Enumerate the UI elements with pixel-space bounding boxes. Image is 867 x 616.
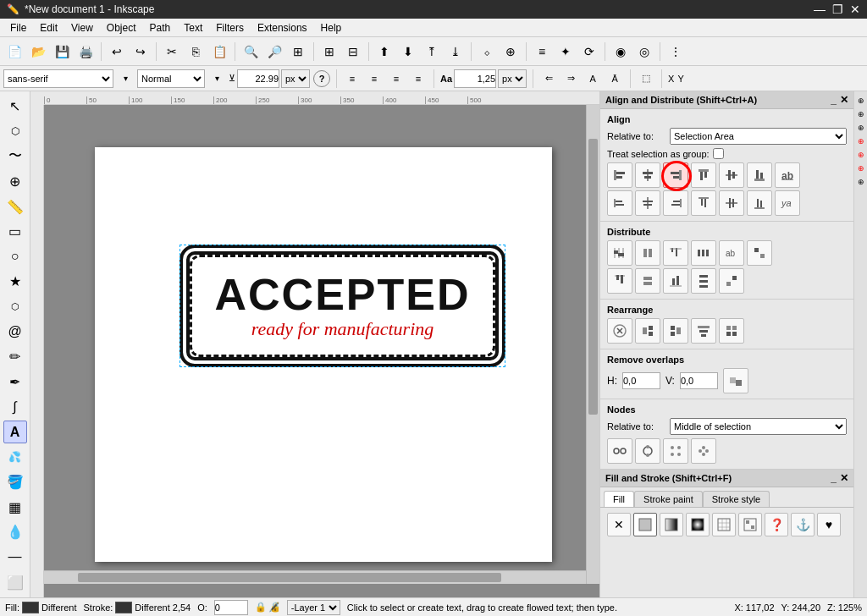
align-center-on-v-axis-btn[interactable] <box>635 162 660 188</box>
overlap-h-input[interactable] <box>622 372 660 389</box>
align-center-btn[interactable]: ≡ <box>365 69 384 88</box>
canvas-content[interactable]: ACCEPTED ready for manufacturing <box>44 105 586 584</box>
align-right2-btn[interactable] <box>663 190 688 216</box>
dist-right-edges-btn[interactable] <box>663 240 688 266</box>
snap-btn-5[interactable]: ⊕ <box>855 149 867 161</box>
align-top2-btn[interactable] <box>691 190 716 216</box>
tb-cut[interactable]: ✂ <box>161 41 183 63</box>
tb-lower[interactable]: ⬇ <box>397 41 419 63</box>
horizontal-scrollbar[interactable] <box>44 570 586 584</box>
snap-btn-1[interactable]: ⊕ <box>855 95 867 107</box>
tb-more[interactable]: ⋮ <box>665 41 687 63</box>
fill-pattern-btn[interactable] <box>738 513 762 536</box>
fill-anchor-btn[interactable]: ⚓ <box>791 513 815 536</box>
tool-star[interactable]: ★ <box>3 270 27 294</box>
font-style-select[interactable]: Normal Bold Italic <box>137 69 205 88</box>
align-text2-btn[interactable]: ya <box>775 190 800 216</box>
minimize-btn[interactable]: — <box>814 3 826 16</box>
menu-filters[interactable]: Filters <box>209 20 251 36</box>
canvas-area[interactable]: 0 50 100 150 200 250 300 350 400 450 500 <box>30 91 599 597</box>
dist-extra-btn[interactable] <box>747 240 772 266</box>
dist-equal-gaps-v-btn[interactable] <box>691 268 716 294</box>
tb-open[interactable]: 📂 <box>27 41 49 63</box>
menu-help[interactable]: Help <box>314 20 349 36</box>
tb-transform[interactable]: ⟳ <box>578 41 600 63</box>
align-right-edges-btn[interactable] <box>663 162 688 188</box>
tb-save[interactable]: 💾 <box>51 41 73 63</box>
fill-flat-btn[interactable] <box>633 513 657 536</box>
font-family-select[interactable]: sans-serif <box>3 69 113 88</box>
nodes-btn-1[interactable] <box>607 438 632 464</box>
font-size-unit-select[interactable]: px pt <box>281 69 310 88</box>
align-left-btn[interactable]: ≡ <box>343 69 362 88</box>
tb-raise-top[interactable]: ⤒ <box>421 41 443 63</box>
spacing-unit-select[interactable]: px <box>498 69 527 88</box>
tool-rect[interactable]: ▭ <box>3 220 27 244</box>
font-family-dropdown[interactable]: ▾ <box>117 68 134 90</box>
dist-centers-v-btn[interactable] <box>635 268 660 294</box>
align-bottom-edges-btn[interactable] <box>747 162 772 188</box>
snap-btn-6[interactable]: ⊕ <box>855 162 867 174</box>
fill-panel-close[interactable]: ✕ <box>840 472 848 484</box>
tb-raise[interactable]: ⬆ <box>373 41 395 63</box>
fill-unknown-btn[interactable]: ❓ <box>765 513 788 536</box>
nodes-btn-4[interactable] <box>691 438 716 464</box>
fill-radial-btn[interactable] <box>686 513 710 536</box>
menu-extensions[interactable]: Extensions <box>251 20 314 36</box>
remove-overlaps-btn[interactable] <box>723 368 748 393</box>
tb-new[interactable]: 📄 <box>3 41 25 63</box>
char-spacing-input[interactable] <box>454 69 496 88</box>
tool-ellipse[interactable]: ○ <box>3 245 27 269</box>
rearrange-4-btn[interactable] <box>719 318 744 344</box>
fill-unset-btn[interactable]: ♥ <box>817 513 841 536</box>
tb-zoom-out[interactable]: 🔎 <box>263 41 285 63</box>
tool-spray[interactable]: 💦 <box>3 445 27 469</box>
fill-mesh-btn[interactable] <box>712 513 736 536</box>
align-left-edges-btn[interactable] <box>607 162 632 188</box>
tb-redo[interactable]: ↪ <box>130 41 152 63</box>
dist-top-edges-btn[interactable] <box>607 268 632 294</box>
tb-node-select[interactable]: ⬦ <box>476 41 498 63</box>
treat-as-group-checkbox[interactable] <box>713 148 724 159</box>
dist-with-equal-gaps-h-btn[interactable] <box>691 240 716 266</box>
snap-btn-2[interactable]: ⊕ <box>855 108 867 120</box>
tb-lower-bottom[interactable]: ⤓ <box>445 41 467 63</box>
tool-fill[interactable]: 🪣 <box>3 470 27 494</box>
tool-gradient[interactable]: ▦ <box>3 496 27 520</box>
menu-object[interactable]: Object <box>100 20 143 36</box>
tab-stroke-style[interactable]: Stroke style <box>703 491 770 507</box>
align-right-btn[interactable]: ≡ <box>387 69 406 88</box>
help-button[interactable]: ? <box>313 70 330 87</box>
rearrange-1-btn[interactable] <box>635 318 660 344</box>
tool-measure[interactable]: 📏 <box>3 195 27 218</box>
relative-to-select[interactable]: Selection Area Page Drawing <box>670 128 847 145</box>
tab-stroke-paint[interactable]: Stroke paint <box>634 491 703 507</box>
align-justify-btn[interactable]: ≡ <box>409 69 428 88</box>
tool-pencil[interactable]: ✏ <box>3 345 27 369</box>
tb-undo[interactable]: ↩ <box>106 41 128 63</box>
flowed-text-btn[interactable]: ⬚ <box>637 69 655 88</box>
dist-centers-h-btn[interactable] <box>635 240 660 266</box>
dist-left-edges-btn[interactable] <box>607 240 632 266</box>
tool-dropper[interactable]: 💧 <box>3 520 27 544</box>
font-size-input[interactable] <box>237 69 279 88</box>
menu-file[interactable]: File <box>3 20 33 36</box>
menu-edit[interactable]: Edit <box>33 20 64 36</box>
align-left2-btn[interactable] <box>607 190 632 216</box>
tb-paste[interactable]: 📋 <box>208 41 230 63</box>
fill-panel-minimize[interactable]: _ <box>831 472 837 484</box>
rtl-btn[interactable]: ⇐ <box>539 69 558 88</box>
tool-3dbox[interactable]: ⬡ <box>3 295 27 319</box>
snap-btn-7[interactable]: ⊕ <box>855 176 867 188</box>
tab-fill[interactable]: Fill <box>604 491 634 507</box>
fill-none-btn[interactable]: ✕ <box>607 513 631 536</box>
snap-btn-4[interactable]: ⊕ <box>855 135 867 147</box>
tb-group[interactable]: ⊞ <box>318 41 340 63</box>
align-top-edges-btn[interactable] <box>691 162 716 188</box>
dist-baseline-btn[interactable]: ab <box>719 240 744 266</box>
tb-align[interactable]: ≡ <box>531 41 553 63</box>
layer-select[interactable]: -Layer 1 <box>287 600 340 615</box>
tool-eraser[interactable]: ⬜ <box>3 570 27 594</box>
close-btn[interactable]: ✕ <box>850 3 860 16</box>
vertical-text-btn[interactable]: Ā <box>605 69 624 88</box>
